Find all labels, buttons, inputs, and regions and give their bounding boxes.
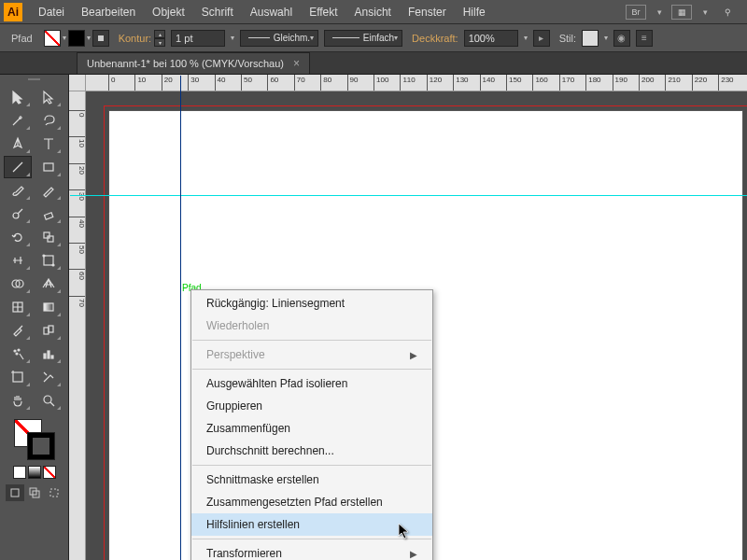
context-menu-item[interactable]: Zusammenfügen <box>191 417 432 440</box>
context-menu-item[interactable]: Durchschnitt berechnen... <box>191 440 432 462</box>
submenu-arrow-icon: ▶ <box>410 350 417 360</box>
context-menu-separator <box>192 539 431 539</box>
tool-rotate[interactable] <box>4 226 32 248</box>
ruler-tick: 20 <box>69 163 86 175</box>
tool-pen[interactable] <box>4 133 32 155</box>
dropdown-arrow-icon[interactable]: ▾ <box>87 34 91 42</box>
tool-direct-selection[interactable] <box>35 86 63 108</box>
tool-scale[interactable] <box>35 226 63 248</box>
color-mode-none[interactable] <box>43 466 56 479</box>
tool-magic-wand[interactable] <box>4 109 32 132</box>
align-icon[interactable]: ≡ <box>636 30 653 47</box>
color-mode-gradient[interactable] <box>28 466 41 479</box>
draw-behind-icon[interactable] <box>25 484 44 501</box>
tool-zoom[interactable] <box>35 389 63 412</box>
tool-line-segment[interactable] <box>4 156 32 178</box>
fill-stroke-control[interactable] <box>14 419 55 460</box>
stroke-panel-icon[interactable] <box>92 30 109 47</box>
dropdown-arrow-icon[interactable]: ▾ <box>231 34 234 42</box>
context-menu-item[interactable]: Ausgewählten Pfad isolieren <box>191 372 432 395</box>
menu-datei[interactable]: Datei <box>30 6 73 19</box>
tool-blend[interactable] <box>35 319 63 342</box>
tool-width[interactable] <box>4 249 32 272</box>
menu-schrift[interactable]: Schrift <box>193 6 242 19</box>
vertical-path-line[interactable] <box>180 76 181 560</box>
tool-shape-builder[interactable] <box>4 273 32 295</box>
tool-type[interactable] <box>35 133 63 155</box>
context-menu-item-label: Wiederholen <box>206 319 269 332</box>
context-menu-item[interactable]: Schnittmaske erstellen <box>191 469 432 491</box>
menu-fenster[interactable]: Fenster <box>400 6 455 19</box>
dropdown-arrow-icon[interactable]: ▾ <box>63 34 66 42</box>
stroke-weight-input[interactable] <box>171 30 225 47</box>
graphic-style-swatch[interactable] <box>582 30 599 47</box>
menu-objekt[interactable]: Objekt <box>144 6 193 19</box>
ruler-tick: 230 <box>718 75 733 91</box>
menu-ansicht[interactable]: Ansicht <box>346 6 400 19</box>
tool-gradient[interactable] <box>35 296 63 318</box>
stroke-swatch[interactable] <box>68 30 85 47</box>
color-mode-color[interactable] <box>13 466 26 479</box>
canvas-area[interactable]: 0102030405060708090100110120130140150160… <box>69 75 747 560</box>
recolor-icon[interactable]: ◉ <box>613 30 630 47</box>
close-tab-icon[interactable]: × <box>293 57 300 70</box>
ruler-tick: 130 <box>453 75 468 91</box>
fill-swatch[interactable] <box>44 30 61 47</box>
tool-rectangle[interactable] <box>35 156 63 178</box>
dropdown-arrow-icon[interactable]: ▾ <box>703 7 708 17</box>
search-icon[interactable]: ⚲ <box>717 5 738 20</box>
vertical-ruler[interactable]: 010203040506070 <box>69 91 86 560</box>
menu-bearbeiten[interactable]: Bearbeiten <box>73 6 144 19</box>
context-menu-item[interactable]: Zusammengesetzten Pfad erstellen <box>191 491 432 513</box>
bridge-icon[interactable]: Br <box>626 5 646 20</box>
stroke-stepper[interactable]: ▴▾ <box>154 30 165 47</box>
dropdown-arrow-icon[interactable]: ▾ <box>657 7 662 17</box>
fill-stroke-swatches[interactable]: ▾ ▾ <box>44 30 109 47</box>
context-menu-item[interactable]: Transformieren▶ <box>191 542 432 560</box>
horizontal-guide[interactable] <box>70 195 747 196</box>
document-tab[interactable]: Unbenannt-1* bei 100 % (CMYK/Vorschau) × <box>77 52 310 74</box>
context-menu-item[interactable]: Gruppieren <box>191 395 432 417</box>
tool-eyedropper[interactable] <box>4 319 32 342</box>
context-menu-item[interactable]: Rückgängig: Liniensegment <box>191 292 432 315</box>
svg-rect-11 <box>44 303 53 311</box>
svg-rect-3 <box>44 232 49 238</box>
tool-artboard[interactable] <box>4 366 32 388</box>
tool-eraser[interactable] <box>35 203 63 225</box>
brush-definition-dropdown[interactable]: Einfach▾ <box>324 30 402 47</box>
menu-auswahl[interactable]: Auswahl <box>242 6 301 19</box>
dropdown-arrow-icon[interactable]: ▾ <box>524 34 528 42</box>
tool-symbol-sprayer[interactable] <box>4 343 32 365</box>
ruler-tick: 60 <box>69 269 86 280</box>
context-menu-item[interactable]: Hilfslinien erstellen <box>191 513 432 536</box>
opacity-arrow-icon[interactable]: ▸ <box>533 30 550 47</box>
tool-pencil[interactable] <box>35 179 63 202</box>
horizontal-ruler[interactable]: 0102030405060708090100110120130140150160… <box>86 75 747 91</box>
draw-normal-icon[interactable] <box>6 484 24 501</box>
ruler-tick: 70 <box>294 75 305 91</box>
tool-lasso[interactable] <box>35 109 63 132</box>
draw-inside-icon[interactable] <box>45 484 63 501</box>
tool-perspective-grid[interactable] <box>35 273 63 295</box>
tool-blob-brush[interactable] <box>4 203 32 225</box>
menu-effekt[interactable]: Effekt <box>301 6 345 19</box>
opacity-input[interactable] <box>464 30 518 47</box>
dropdown-arrow-icon[interactable]: ▾ <box>604 34 608 42</box>
tool-free-transform[interactable] <box>35 249 63 272</box>
tool-mesh[interactable] <box>4 296 32 318</box>
context-menu-separator <box>192 465 431 466</box>
ruler-origin[interactable] <box>69 75 86 91</box>
arrange-docs-icon[interactable]: ▦ <box>671 5 692 20</box>
ruler-tick: 30 <box>188 75 199 91</box>
ruler-tick: 100 <box>374 75 388 91</box>
tool-hand[interactable] <box>4 389 32 412</box>
variable-width-profile-dropdown[interactable]: Gleichm.▾ <box>240 30 318 47</box>
svg-rect-0 <box>44 163 53 171</box>
stroke-color-swatch[interactable] <box>27 432 55 460</box>
tool-slice[interactable] <box>35 366 63 388</box>
menu-hilfe[interactable]: Hilfe <box>455 6 494 19</box>
tool-column-graph[interactable] <box>35 343 63 365</box>
tool-selection[interactable] <box>4 86 32 108</box>
toolbox-grip[interactable] <box>28 78 40 84</box>
tool-paintbrush[interactable] <box>4 179 32 202</box>
